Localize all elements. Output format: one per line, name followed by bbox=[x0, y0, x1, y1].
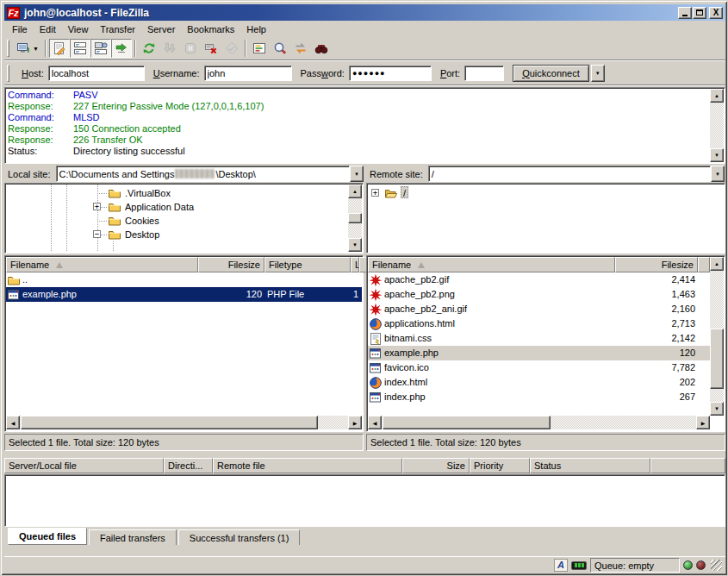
local-site-combobox[interactable]: C:\Documents and Settings\Desktop\ bbox=[56, 166, 350, 182]
file-row-bitnami-css[interactable]: bitnami.css2,142 bbox=[368, 331, 710, 346]
local-hscroll-thumb[interactable] bbox=[21, 416, 318, 429]
file-row-example-php[interactable]: example.php120PHP File1 bbox=[6, 287, 362, 302]
find-files-button[interactable] bbox=[311, 39, 332, 58]
menu-item-server[interactable]: Server bbox=[141, 22, 181, 36]
process-queue-button[interactable] bbox=[159, 39, 180, 58]
local-tree-scroll-thumb[interactable] bbox=[348, 213, 362, 223]
queue-column-status[interactable]: Status bbox=[530, 458, 650, 473]
toggle-queue-view-button[interactable] bbox=[111, 39, 132, 58]
tree-item-desktop[interactable]: Desktop bbox=[123, 229, 161, 241]
tree-collapse-icon[interactable]: − bbox=[93, 230, 101, 238]
tree-item--virtualbox[interactable]: .VirtualBox bbox=[123, 187, 172, 199]
queue-column-size[interactable]: Size bbox=[402, 458, 470, 473]
column-header-filetype[interactable]: Filetype bbox=[264, 257, 351, 272]
username-input[interactable] bbox=[204, 66, 292, 81]
remote-site-combobox[interactable]: / bbox=[428, 166, 711, 182]
scroll-down-icon[interactable]: ▼ bbox=[710, 402, 724, 416]
file-row-index-php[interactable]: index.php267 bbox=[368, 390, 710, 404]
file-row-example-php[interactable]: example.php120 bbox=[368, 346, 710, 360]
file-row-favicon-ico[interactable]: favicon.ico7,782 bbox=[368, 360, 710, 375]
size-text: 7,782 bbox=[618, 360, 695, 375]
quickconnect-button[interactable]: Quickconnect bbox=[513, 65, 589, 82]
site-manager-button[interactable]: ▼ bbox=[13, 39, 42, 58]
log-vscrollbar[interactable]: ▲ ▼ bbox=[710, 89, 724, 162]
column-header-filesize[interactable]: Filesize bbox=[198, 257, 264, 272]
remote-scroll-thumb[interactable] bbox=[710, 329, 724, 389]
tree-item-cookies[interactable]: Cookies bbox=[123, 215, 161, 227]
quickconnect-grip[interactable] bbox=[7, 65, 9, 82]
scroll-left-icon[interactable]: ◀ bbox=[368, 416, 382, 429]
file-row-applications-html[interactable]: applications.html2,713 bbox=[368, 316, 710, 331]
reconnect-button[interactable] bbox=[221, 39, 242, 58]
menu-item-bookmarks[interactable]: Bookmarks bbox=[181, 22, 240, 36]
tree-expand-icon[interactable]: + bbox=[371, 189, 379, 197]
menu-item-help[interactable]: Help bbox=[240, 22, 272, 36]
scroll-up-icon[interactable]: ▲ bbox=[348, 185, 362, 198]
column-header-filename[interactable]: Filename bbox=[368, 257, 615, 272]
tree-expand-icon[interactable]: + bbox=[93, 203, 101, 210]
toggle-remote-tree-button[interactable] bbox=[90, 39, 111, 58]
tab-successful-transfers-1-[interactable]: Successful transfers (1) bbox=[178, 529, 301, 545]
menu-item-edit[interactable]: Edit bbox=[34, 22, 62, 36]
menu-item-file[interactable]: File bbox=[6, 22, 34, 36]
title-bar[interactable]: Fz john@localhost - FileZilla X bbox=[4, 4, 725, 21]
remote-hscroll-thumb[interactable] bbox=[383, 416, 551, 429]
file-row-index-html[interactable]: index.html202 bbox=[368, 375, 710, 390]
filter-button[interactable] bbox=[249, 39, 270, 58]
log-scroll-track[interactable] bbox=[710, 103, 724, 148]
password-input[interactable] bbox=[349, 66, 432, 81]
speed-limits-icon[interactable] bbox=[571, 561, 587, 570]
queue-column-label: Remote file bbox=[217, 460, 265, 471]
toggle-local-tree-button[interactable] bbox=[70, 39, 90, 58]
scroll-down-icon[interactable]: ▼ bbox=[710, 148, 724, 162]
scroll-left-icon[interactable]: ◀ bbox=[6, 416, 20, 429]
tree-connector bbox=[97, 221, 108, 222]
host-input[interactable] bbox=[48, 66, 145, 81]
scroll-up-icon[interactable]: ▲ bbox=[710, 89, 724, 103]
directory-comparison-button[interactable] bbox=[270, 39, 290, 58]
file-row--[interactable]: .. bbox=[6, 272, 362, 287]
size-text: 2,142 bbox=[618, 331, 695, 346]
local-site-dropdown-icon[interactable]: ▼ bbox=[350, 166, 364, 182]
menu-item-transfer[interactable]: Transfer bbox=[94, 22, 141, 36]
data-type-indicator-icon[interactable]: A bbox=[554, 559, 568, 572]
scroll-right-icon[interactable]: ▶ bbox=[696, 416, 710, 429]
tab-queued-files[interactable]: Queued files bbox=[8, 528, 87, 545]
resize-grip[interactable] bbox=[711, 560, 722, 571]
refresh-button[interactable] bbox=[139, 39, 159, 58]
scroll-up-icon[interactable]: ▲ bbox=[710, 257, 724, 271]
scroll-right-icon[interactable]: ▶ bbox=[348, 416, 362, 429]
quickconnect-dropdown-icon[interactable]: ▼ bbox=[591, 65, 605, 82]
maximize-button[interactable] bbox=[693, 7, 706, 19]
menu-item-view[interactable]: View bbox=[62, 22, 95, 36]
minimize-button[interactable] bbox=[678, 7, 692, 19]
queue-column-blank[interactable] bbox=[650, 458, 725, 473]
queue-list[interactable] bbox=[4, 474, 725, 527]
toggle-log-view-button[interactable] bbox=[49, 39, 70, 58]
tree-item-root[interactable]: / bbox=[401, 186, 408, 198]
disconnect-button[interactable] bbox=[201, 39, 221, 58]
synchronized-browsing-button[interactable] bbox=[290, 39, 311, 58]
remote-hscrollbar[interactable]: ◀ ▶ bbox=[368, 416, 710, 430]
remote-site-dropdown-icon[interactable]: ▼ bbox=[711, 166, 725, 182]
tree-item-application-data[interactable]: Application Data bbox=[123, 201, 196, 213]
queue-column-remote-file[interactable]: Remote file bbox=[213, 458, 402, 473]
queue-column-directi-[interactable]: Directi... bbox=[164, 458, 213, 473]
file-row-apache-pb2-png[interactable]: apache_pb2.png1,463 bbox=[368, 287, 710, 302]
local-hscrollbar[interactable]: ◀ ▶ bbox=[6, 416, 362, 430]
column-header-filesize[interactable]: Filesize bbox=[615, 257, 698, 272]
tab-failed-transfers[interactable]: Failed transfers bbox=[89, 529, 177, 545]
queue-column-priority[interactable]: Priority bbox=[470, 458, 530, 473]
remote-vscrollbar[interactable]: ▲ ▼ bbox=[710, 257, 724, 416]
queue-column-server-local-file[interactable]: Server/Local file bbox=[4, 458, 164, 473]
cancel-operation-button[interactable] bbox=[180, 39, 201, 58]
port-input[interactable] bbox=[464, 66, 504, 81]
file-row-apache-pb2-gif[interactable]: apache_pb2.gif2,414 bbox=[368, 272, 710, 287]
column-header-l[interactable]: L bbox=[351, 257, 359, 272]
scroll-down-icon[interactable]: ▼ bbox=[348, 238, 362, 252]
close-button[interactable]: X bbox=[709, 7, 723, 19]
toolbar-grip[interactable] bbox=[7, 40, 9, 57]
file-row-apache-pb2-ani-gif[interactable]: apache_pb2_ani.gif2,160 bbox=[368, 302, 710, 316]
column-header-filename[interactable]: Filename bbox=[6, 257, 198, 272]
local-tree-vscrollbar[interactable]: ▲ ▼ bbox=[348, 185, 362, 252]
